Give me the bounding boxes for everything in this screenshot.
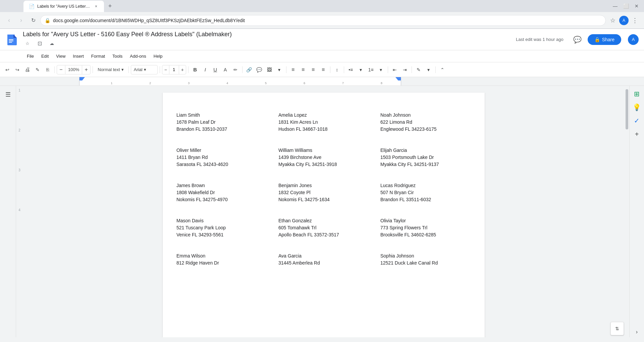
label-address: 622 Limona Rd	[380, 119, 471, 126]
menu-item-tools[interactable]: Tools	[109, 52, 126, 60]
undo-button[interactable]: ↩	[3, 65, 12, 74]
justify-button[interactable]: ≡	[319, 65, 328, 74]
scrollbar-thumb[interactable]	[626, 89, 628, 129]
label-address: 1831 Kim Acres Ln	[278, 119, 369, 126]
clear-formatting-arrow[interactable]: ▾	[424, 65, 433, 74]
label-city: Apollo Beach FL 33572-3517	[278, 231, 369, 238]
comment-button[interactable]: 💬	[255, 65, 264, 74]
share-label: Share	[602, 37, 614, 42]
menu-item-addons[interactable]: Add-ons	[126, 52, 149, 60]
minimize-button[interactable]: —	[610, 1, 620, 11]
label-address: 1832 Coyote Pl	[278, 189, 369, 196]
bullet-list-arrow[interactable]: ▾	[356, 65, 366, 74]
user-avatar[interactable]: A	[628, 34, 639, 45]
label-name: Olivia Taylor	[380, 217, 471, 224]
zoom-value[interactable]: 100%	[65, 65, 82, 74]
font-size-plus-button[interactable]: +	[179, 65, 186, 74]
label-name: Noah Johnson	[380, 112, 471, 119]
menu-item-view[interactable]: View	[53, 52, 69, 60]
close-button[interactable]: ✕	[632, 1, 641, 11]
forward-button[interactable]: ›	[16, 15, 26, 25]
text-color-button[interactable]: A	[221, 65, 230, 74]
browser-tab[interactable]: 📄 Labels for "Avery US Letter - 516... ×	[23, 1, 104, 12]
label-address: 1503 Portsmouth Lake Dr	[380, 154, 471, 161]
bold-button[interactable]: B	[191, 65, 200, 74]
ruler-mark-4: 4	[226, 81, 228, 85]
font-size-value[interactable]: 1	[169, 65, 179, 74]
document-canvas[interactable]: Liam Smith 1678 Palm Leaf Dr Brandon FL …	[23, 86, 625, 337]
cloud-status-button[interactable]: ☁	[47, 39, 56, 48]
image-arrow-button[interactable]: ▾	[275, 65, 284, 74]
drive-button[interactable]: ⊡	[35, 39, 44, 48]
svg-rect-4	[9, 42, 12, 43]
toolbar-divider-7	[286, 66, 286, 73]
align-left-button[interactable]: ≡	[288, 65, 298, 74]
toolbar-divider-11	[412, 66, 412, 73]
menu-item-format[interactable]: Format	[88, 52, 108, 60]
align-center-button[interactable]: ≡	[299, 65, 308, 74]
zoom-plus-button[interactable]: +	[82, 65, 90, 74]
right-indent-marker[interactable]	[395, 77, 401, 80]
right-panel-sheets-icon[interactable]: ⊞	[632, 89, 642, 99]
italic-button[interactable]: I	[201, 65, 210, 74]
underline-button[interactable]: U	[211, 65, 220, 74]
back-button[interactable]: ‹	[4, 15, 14, 25]
toolbar-divider-4	[160, 66, 160, 73]
image-button[interactable]: 🖼	[265, 65, 274, 74]
highlight-button[interactable]: ✏	[231, 65, 240, 74]
menu-item-insert[interactable]: Insert	[69, 52, 87, 60]
margin-3: 3	[16, 168, 23, 172]
align-right-button[interactable]: ≡	[309, 65, 318, 74]
indent-less-button[interactable]: ⇤	[390, 65, 399, 74]
star-button[interactable]: ☆	[23, 39, 32, 48]
menu-item-file[interactable]: File	[23, 52, 37, 60]
font-selector[interactable]: Arial ▾	[131, 65, 158, 74]
print-button[interactable]: 🖨	[23, 65, 32, 74]
bullet-list-button[interactable]: •≡	[346, 65, 356, 74]
bookmark-button[interactable]: ☆	[608, 15, 618, 25]
text-style-selector[interactable]: Normal text ▾	[95, 65, 126, 74]
address-bar[interactable]: 🔒 docs.google.com/document/d/1BN65WDHp_q…	[40, 15, 606, 26]
label-cell: Ava Garcia 31445 Amberlea Rd	[273, 245, 375, 279]
vertical-scrollbar[interactable]	[625, 86, 629, 337]
menu-item-edit[interactable]: Edit	[38, 52, 52, 60]
left-indent-marker[interactable]	[79, 77, 85, 80]
outline-toggle-button[interactable]: ☰	[3, 90, 13, 99]
right-panel-keep-icon[interactable]: 💡	[632, 102, 642, 113]
refresh-button[interactable]: ↻	[28, 15, 38, 25]
spell-check-button[interactable]: ✎	[33, 65, 42, 74]
new-tab-button[interactable]: +	[105, 1, 115, 11]
link-button[interactable]: 🔗	[245, 65, 254, 74]
label-city: Hudson FL 34667-1018	[278, 126, 369, 133]
more-options-button[interactable]: ⋮	[630, 15, 640, 25]
paint-format-button[interactable]: ⎘	[43, 65, 52, 74]
redo-button[interactable]: ↪	[13, 65, 22, 74]
comments-button[interactable]: 💬	[572, 34, 584, 46]
numbered-list-button[interactable]: 1≡	[366, 65, 376, 74]
label-city: Nokomis FL 34275-4970	[176, 196, 267, 203]
label-address: 521 Tuscany Park Loop	[176, 224, 267, 231]
svg-rect-3	[9, 41, 13, 41]
toolbar-divider-8	[330, 66, 330, 73]
zoom-minus-button[interactable]: −	[57, 65, 65, 74]
margin-4: 4	[16, 208, 23, 212]
share-button[interactable]: 🔒 Share	[588, 34, 621, 45]
right-panel-add-icon[interactable]: +	[632, 129, 642, 139]
font-value: Arial	[134, 67, 143, 72]
menu-item-help[interactable]: Help	[150, 52, 166, 60]
right-panel-tasks-icon[interactable]: ✓	[632, 115, 642, 126]
line-spacing-button[interactable]: ↕	[332, 65, 342, 74]
clear-formatting-button[interactable]: ✎	[414, 65, 423, 74]
toolbar-divider-6	[242, 66, 243, 73]
tab-close-button[interactable]: ×	[94, 4, 99, 9]
numbered-list-arrow[interactable]: ▾	[376, 65, 386, 74]
user-profile-icon[interactable]: A	[619, 16, 629, 25]
maximize-button[interactable]: ⬜	[621, 1, 631, 11]
lock-icon: 🔒	[45, 18, 50, 23]
indent-more-button[interactable]: ⇥	[400, 65, 410, 74]
expand-toolbar-button[interactable]: ⌃	[438, 65, 447, 74]
font-size-minus-button[interactable]: −	[162, 65, 169, 74]
label-city: Brooksville FL 34602-6285	[380, 231, 471, 238]
right-panel-expand-icon[interactable]: ›	[632, 327, 642, 337]
page-jump-button[interactable]: ⇅	[610, 322, 624, 335]
